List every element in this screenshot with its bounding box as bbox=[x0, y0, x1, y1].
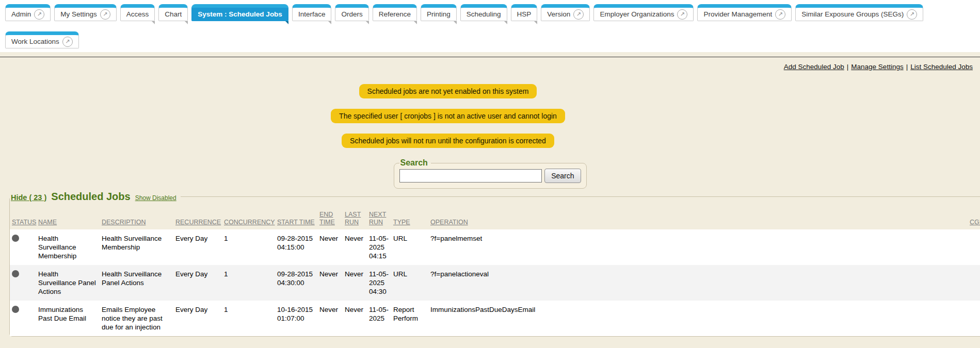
search-button[interactable]: Search bbox=[544, 169, 581, 183]
job-last-run-cell: Never bbox=[345, 229, 369, 265]
tab-label: Provider Management bbox=[703, 10, 772, 18]
job-end-time-cell: Never bbox=[319, 265, 345, 301]
tab-similar-exposure-groups[interactable]: Similar Exposure Groups (SEGs) ↗ bbox=[795, 4, 923, 21]
tab-label: HSP bbox=[517, 10, 532, 18]
column-header-last-run[interactable]: LAST RUN bbox=[345, 211, 361, 226]
tab-hsp[interactable]: HSP bbox=[511, 4, 538, 21]
tab-access[interactable]: Access bbox=[120, 4, 155, 21]
alert-banner: Scheduled jobs are not yet enabled on th… bbox=[359, 84, 537, 98]
job-type-cell: URL bbox=[393, 265, 430, 301]
tab-label: Printing bbox=[427, 10, 451, 18]
tab-label: Orders bbox=[341, 10, 362, 18]
tab-reference[interactable]: Reference bbox=[373, 4, 417, 21]
job-cgi-cell bbox=[970, 229, 980, 265]
popout-icon[interactable]: ↗ bbox=[34, 9, 44, 20]
tab-my-settings[interactable]: My Settings ↗ bbox=[54, 4, 117, 21]
tab-employer-organizations[interactable]: Employer Organizations ↗ bbox=[593, 4, 694, 21]
tab-version[interactable]: Version ↗ bbox=[541, 4, 590, 21]
column-header-concurrency[interactable]: CONCURRENCY bbox=[224, 219, 275, 226]
tab-label: Similar Exposure Groups (SEGs) bbox=[801, 10, 904, 18]
tab-label: Scheduling bbox=[467, 10, 501, 18]
column-header-start-time[interactable]: START TIME bbox=[277, 219, 315, 226]
tab-admin[interactable]: Admin ↗ bbox=[5, 4, 51, 21]
jobs-panel-title: Scheduled Jobs bbox=[51, 191, 130, 203]
column-header-status[interactable]: STATUS bbox=[12, 219, 36, 226]
job-next-run-cell: 11-05-2025 04:30 bbox=[369, 265, 393, 301]
column-header-type[interactable]: TYPE bbox=[393, 219, 410, 226]
column-header-next-run[interactable]: NEXT RUN bbox=[369, 211, 386, 226]
column-header-description[interactable]: DESCRIPTION bbox=[102, 219, 146, 226]
job-type-cell: Report Perform bbox=[393, 301, 430, 336]
job-end-time-cell: Never bbox=[319, 229, 345, 265]
job-next-run-cell: 11-05-2025 04:15 bbox=[369, 229, 393, 265]
job-recurrence-cell: Every Day bbox=[175, 301, 224, 336]
status-dot bbox=[12, 235, 19, 242]
job-last-run-cell: Never bbox=[345, 265, 369, 301]
search-fieldset: Search Search bbox=[394, 158, 587, 189]
tab-system-scheduled-jobs[interactable]: System : Scheduled Jobs bbox=[191, 4, 288, 21]
tab-label: Interface bbox=[298, 10, 326, 18]
main-tab-bar: Admin ↗ My Settings ↗ Access Chart Syste… bbox=[0, 0, 980, 52]
column-header-cgi[interactable]: CGI bbox=[970, 219, 980, 226]
column-header-name[interactable]: NAME bbox=[38, 219, 57, 226]
popout-icon[interactable]: ↗ bbox=[62, 37, 73, 47]
hide-count-link[interactable]: Hide ( 23 ) bbox=[11, 193, 46, 202]
tab-printing[interactable]: Printing bbox=[421, 4, 457, 21]
job-operation-cell: ?f=panelmemset bbox=[430, 229, 970, 265]
table-row: Health Surveillance Membership Health Su… bbox=[10, 229, 980, 265]
header-divider bbox=[0, 57, 980, 57]
tab-label: Reference bbox=[379, 10, 411, 18]
status-dot bbox=[12, 270, 19, 277]
popout-icon[interactable]: ↗ bbox=[775, 9, 785, 20]
job-name-cell: Immunizations Past Due Email bbox=[38, 301, 102, 336]
job-start-time-cell: 09-28-2015 04:15:00 bbox=[277, 229, 319, 265]
job-concurrency-cell: 1 bbox=[224, 265, 277, 301]
popout-icon[interactable]: ↗ bbox=[907, 9, 917, 20]
search-input[interactable] bbox=[399, 169, 542, 183]
tab-orders[interactable]: Orders bbox=[335, 4, 368, 21]
tab-scheduling[interactable]: Scheduling bbox=[460, 4, 507, 21]
tab-label: Version bbox=[547, 10, 570, 18]
job-last-run-cell: Never bbox=[345, 301, 369, 336]
job-operation-cell: ?f=panelactioneval bbox=[430, 265, 970, 301]
job-description-cell: Health Surveillance Panel Actions bbox=[102, 265, 175, 301]
job-description-cell: Emails Employee notice they are past due… bbox=[102, 301, 175, 336]
tab-provider-management[interactable]: Provider Management ↗ bbox=[697, 4, 792, 21]
tab-label: Chart bbox=[165, 10, 182, 18]
tab-label: Work Locations bbox=[11, 38, 59, 45]
tab-work-locations[interactable]: Work Locations ↗ bbox=[5, 31, 79, 48]
tab-label: System : Scheduled Jobs bbox=[198, 10, 282, 18]
job-cgi-cell bbox=[970, 301, 980, 336]
search-row: Search bbox=[399, 169, 581, 183]
tab-interface[interactable]: Interface bbox=[292, 4, 332, 21]
scheduled-jobs-table: STATUS NAME DESCRIPTION RECURRENCE CONCU… bbox=[10, 204, 980, 336]
manage-settings-link[interactable]: Manage Settings bbox=[851, 63, 903, 71]
table-row: Immunizations Past Due Email Emails Empl… bbox=[10, 301, 980, 336]
job-next-run-cell: 11-05-2025 bbox=[369, 301, 393, 336]
table-row: Health Surveillance Panel Actions Health… bbox=[10, 265, 980, 301]
tab-chart[interactable]: Chart bbox=[158, 4, 188, 21]
scheduled-jobs-panel: Hide ( 23 ) Scheduled Jobs Show Disabled… bbox=[9, 191, 980, 337]
popout-icon[interactable]: ↗ bbox=[100, 9, 110, 20]
alert-banner: Scheduled jobs will not run until the co… bbox=[342, 134, 554, 148]
tab-label: Admin bbox=[11, 10, 31, 18]
job-cgi-cell bbox=[970, 265, 980, 301]
job-name-cell: Health Surveillance Membership bbox=[38, 229, 102, 265]
job-start-time-cell: 09-28-2015 04:30:00 bbox=[277, 265, 319, 301]
column-header-recurrence[interactable]: RECURRENCE bbox=[175, 219, 221, 226]
column-header-end-time[interactable]: END TIME bbox=[319, 211, 335, 226]
column-header-operation[interactable]: OPERATION bbox=[430, 219, 468, 226]
popout-icon[interactable]: ↗ bbox=[677, 9, 687, 20]
show-disabled-link[interactable]: Show Disabled bbox=[135, 194, 176, 202]
alert-banner: The specified user [ cronjobs ] is not a… bbox=[331, 109, 565, 123]
tab-label: My Settings bbox=[60, 10, 97, 18]
job-recurrence-cell: Every Day bbox=[175, 265, 224, 301]
job-recurrence-cell: Every Day bbox=[175, 229, 224, 265]
popout-icon[interactable]: ↗ bbox=[573, 9, 584, 20]
add-scheduled-job-link[interactable]: Add Scheduled Job bbox=[784, 63, 844, 71]
table-header-row: STATUS NAME DESCRIPTION RECURRENCE CONCU… bbox=[10, 204, 980, 229]
job-description-cell: Health Surveillance Membership bbox=[102, 229, 175, 265]
tab-label: Employer Organizations bbox=[600, 10, 674, 18]
list-scheduled-jobs-link[interactable]: List Scheduled Jobs bbox=[910, 63, 973, 71]
page-action-links: Add Scheduled Job|Manage Settings|List S… bbox=[0, 63, 980, 71]
